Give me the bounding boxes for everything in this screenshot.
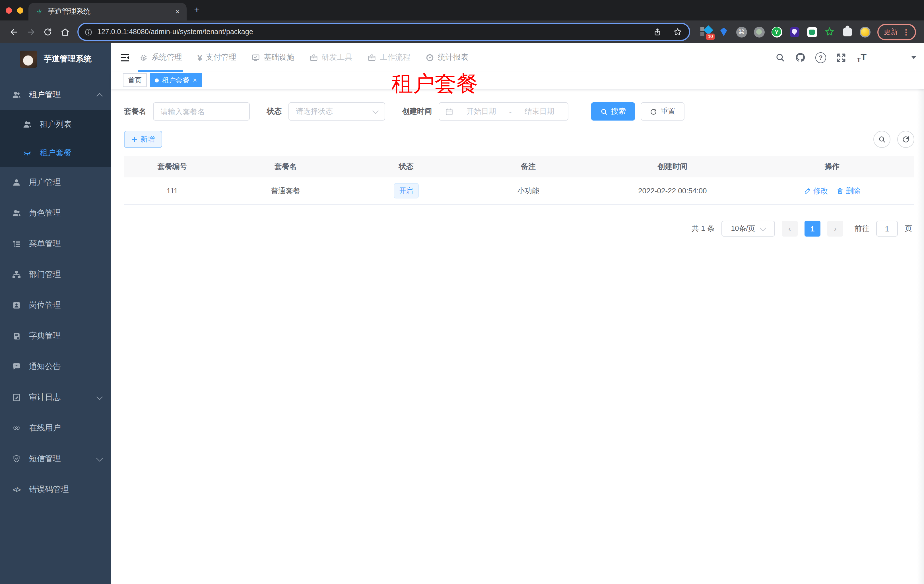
chevron-down-icon — [372, 107, 379, 114]
delete-link[interactable]: 删除 — [836, 186, 861, 196]
fullscreen-button[interactable] — [836, 52, 846, 63]
user-avatar[interactable] — [879, 48, 898, 67]
tree-table-icon — [12, 239, 21, 248]
peoples-icon — [12, 209, 21, 218]
sidebar-item-online-users[interactable]: 在线用户 — [0, 413, 111, 444]
browser-tab[interactable]: 芋道管理系统 × — [28, 3, 186, 20]
top-menu: 系统管理 ¥ 支付管理 基础设施 研发工具 — [139, 43, 469, 72]
tab-favicon — [35, 8, 43, 16]
site-info-icon[interactable] — [84, 28, 93, 36]
address-bar[interactable]: 127.0.0.1:48080/admin-ui/system/tenant/p… — [78, 23, 690, 41]
org-tree-icon — [12, 270, 21, 279]
app-logo: 芋道管理系统 — [0, 43, 111, 75]
window-minimize-button[interactable] — [17, 7, 23, 13]
search-button[interactable]: 搜索 — [591, 102, 635, 120]
share-button[interactable] — [649, 24, 665, 40]
browser-menu-icon[interactable]: ⋮ — [903, 28, 910, 36]
sidebar-collapse-button[interactable] — [116, 48, 134, 67]
top-menu-item-infrastructure[interactable]: 基础设施 — [252, 43, 294, 72]
font-size-button[interactable]: TT — [856, 52, 867, 63]
prev-page-button[interactable]: ‹ — [782, 220, 798, 237]
sidebar-item-role-management[interactable]: 角色管理 — [0, 198, 111, 229]
sidebar-item-tenant-list[interactable]: 租户列表 — [0, 110, 111, 139]
sidebar-item-label: 错误码管理 — [29, 484, 69, 495]
top-menu-label: 统计报表 — [438, 52, 469, 63]
tag-label: 首页 — [128, 75, 142, 85]
sidebar-item-department-management[interactable]: 部门管理 — [0, 259, 111, 290]
sidebar-item-error-code[interactable]: </> 错误码管理 — [0, 474, 111, 505]
scrollbar-gutter[interactable] — [917, 89, 924, 584]
top-menu-item-workflow[interactable]: 工作流程 — [368, 43, 411, 72]
sidebar-item-sms-management[interactable]: 短信管理 — [0, 444, 111, 474]
forward-button[interactable] — [23, 24, 39, 40]
browser-update-button[interactable]: 更新 ⋮ — [877, 24, 916, 40]
sidebar-item-label: 岗位管理 — [29, 300, 61, 311]
profile-avatar-icon[interactable] — [859, 26, 871, 38]
new-tab-button[interactable]: + — [190, 3, 204, 18]
extension-star-icon[interactable] — [824, 26, 835, 38]
add-button[interactable]: 新增 — [124, 131, 162, 148]
header-actions: ? TT — [774, 48, 916, 67]
table-row: 111 普通套餐 开启 小功能 2022-02-22 00:54:00 修改 — [124, 178, 914, 205]
extension-circle-icon[interactable] — [753, 26, 765, 38]
extension-shield-icon[interactable] — [789, 26, 800, 38]
date-filter-label: 创建时间 — [402, 106, 432, 117]
refresh-table-button[interactable] — [897, 131, 914, 148]
github-link[interactable] — [795, 52, 806, 63]
top-menu-item-dev-tools[interactable]: 研发工具 — [310, 43, 353, 72]
toggle-search-button[interactable] — [873, 131, 891, 148]
sidebar-menu: 租户管理 租户列表 租户套餐 — [0, 75, 111, 505]
edit-link[interactable]: 修改 — [804, 186, 828, 196]
date-range-picker[interactable]: 开始日期 - 结束日期 — [439, 102, 568, 120]
search-icon — [878, 135, 886, 143]
column-header: 状态 — [351, 161, 462, 172]
sidebar-item-user-management[interactable]: 用户管理 — [0, 167, 111, 198]
next-page-button[interactable]: › — [827, 220, 843, 237]
reload-button[interactable] — [40, 24, 56, 40]
top-menu-item-system[interactable]: 系统管理 — [139, 43, 182, 72]
sidebar-item-menu-management[interactable]: 菜单管理 — [0, 229, 111, 259]
extension-y-icon[interactable]: Y — [771, 26, 782, 38]
hamburger-collapse-icon — [119, 52, 130, 63]
top-menu-item-payment[interactable]: ¥ 支付管理 — [198, 43, 236, 72]
package-name-input[interactable] — [153, 102, 250, 120]
tag-tenant-package[interactable]: 租户套餐 × — [150, 73, 202, 87]
back-button[interactable] — [6, 24, 21, 40]
search-icon — [775, 52, 785, 63]
help-button[interactable]: ? — [815, 52, 826, 63]
extension-gem-icon[interactable] — [718, 26, 729, 38]
bookmark-button[interactable] — [670, 24, 686, 40]
extension-chat-icon[interactable] — [806, 26, 818, 38]
home-button[interactable] — [57, 24, 73, 40]
page-number: 1 — [810, 224, 815, 233]
sidebar-item-notice[interactable]: 通知公告 — [0, 351, 111, 382]
tab-close-icon[interactable]: × — [173, 7, 182, 16]
avatar-caret-icon[interactable] — [911, 56, 916, 59]
reload-icon — [43, 27, 52, 36]
sidebar-item-label: 用户管理 — [29, 178, 61, 188]
tag-close-icon[interactable]: × — [193, 76, 197, 84]
sidebar-item-audit-log[interactable]: 审计日志 — [0, 382, 111, 413]
reset-button[interactable]: 重置 — [641, 102, 685, 120]
sidebar-item-tenant-package[interactable]: 租户套餐 — [0, 139, 111, 167]
sidebar-item-label: 字典管理 — [29, 331, 61, 341]
extensions-puzzle-icon[interactable] — [842, 26, 853, 38]
search-button-label: 搜索 — [611, 106, 626, 117]
extension-tampermonkey-icon[interactable]: 10 — [700, 26, 712, 38]
page-size-select[interactable]: 10条/页 — [721, 220, 775, 237]
goto-page-input[interactable] — [876, 220, 898, 237]
header-search-button[interactable] — [774, 52, 785, 63]
status-select[interactable]: 请选择状态 — [289, 102, 385, 120]
sidebar-submenu-tenant: 租户列表 租户套餐 — [0, 110, 111, 167]
sidebar-item-dict-management[interactable]: 字典管理 — [0, 321, 111, 351]
shield-icon — [12, 454, 21, 464]
total-count: 共 1 条 — [691, 224, 714, 234]
window-close-button[interactable] — [6, 7, 12, 13]
extension-command-icon[interactable]: ⌘ — [736, 26, 747, 38]
sidebar-item-tenant-management[interactable]: 租户管理 — [0, 80, 111, 110]
top-menu-item-report[interactable]: 统计报表 — [426, 43, 469, 72]
reset-button-label: 重置 — [660, 106, 675, 117]
page-number-button[interactable]: 1 — [805, 220, 820, 237]
tag-home[interactable]: 首页 — [123, 73, 147, 87]
sidebar-item-post-management[interactable]: 岗位管理 — [0, 290, 111, 321]
